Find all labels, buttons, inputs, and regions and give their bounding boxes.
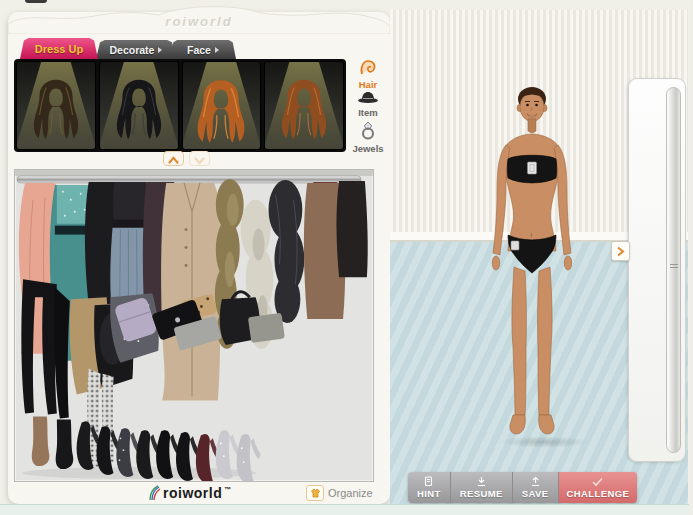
category-hair[interactable]: Hair <box>346 59 390 90</box>
hint-label: HINT <box>417 488 441 499</box>
hint-button[interactable]: HINT <box>408 472 451 503</box>
check-icon <box>591 477 604 487</box>
category-jewels[interactable]: Jewels <box>346 121 390 152</box>
page-bottom-strip <box>0 504 693 515</box>
drawer-scrollbar[interactable] <box>666 87 681 453</box>
challenge-label: CHALLENGE <box>567 488 630 499</box>
chevron-right-icon <box>616 246 625 257</box>
page-right-strip <box>689 0 693 515</box>
category-item[interactable]: Item <box>346 90 390 121</box>
hair-swatch-illustration <box>109 74 169 144</box>
hair-swatch-illustration <box>188 74 254 148</box>
drawer-grip-icon <box>670 264 678 270</box>
category-menu: Hair Item Jewels <box>346 59 390 152</box>
resume-label: RESUME <box>460 488 503 499</box>
drawer-toggle-button[interactable] <box>611 241 630 261</box>
feather-icon <box>148 485 161 501</box>
organize-label: Organize <box>328 487 373 499</box>
panel-footer: roiworld ™ Organize <box>8 482 390 504</box>
arrow-up-icon <box>530 476 541 487</box>
footer-brand-text: roiworld <box>163 485 222 501</box>
cropped-browser-artifact <box>25 0 47 3</box>
hair-options-strip <box>14 59 346 152</box>
chevron-up-icon <box>166 155 181 166</box>
save-button[interactable]: SAVE <box>513 472 559 503</box>
hair-option-2[interactable] <box>99 61 179 150</box>
category-item-label: Item <box>346 107 390 118</box>
chevron-right-icon <box>158 47 162 53</box>
chevron-down-icon <box>192 155 207 166</box>
category-hair-label: Hair <box>346 79 390 90</box>
hair-swatch-illustration <box>274 74 334 144</box>
tab-dress-up-label: Dress Up <box>35 43 83 55</box>
save-label: SAVE <box>522 488 549 499</box>
hair-icon <box>358 59 378 76</box>
hair-option-3[interactable] <box>182 61 262 150</box>
roiworld-logo: roiworld ™ <box>148 485 232 501</box>
tshirt-icon <box>306 485 324 501</box>
note-icon <box>423 476 434 487</box>
scroll-down-button[interactable] <box>189 151 210 166</box>
stage: HINT RESUME SAVE CHALLENGE <box>390 10 688 505</box>
chevron-right-icon <box>215 47 219 53</box>
resume-button[interactable]: RESUME <box>451 472 513 503</box>
panel-logo: roiworld <box>8 14 390 29</box>
tab-dress-up[interactable]: Dress Up <box>20 38 98 59</box>
hair-option-4[interactable] <box>264 61 344 150</box>
tab-face[interactable]: Face <box>170 40 236 59</box>
action-bar: HINT RESUME SAVE CHALLENGE <box>408 472 637 503</box>
dressup-game-screen: ? + Dress Up Decorate Face <box>0 0 693 515</box>
hair-swatch-illustration <box>26 74 86 144</box>
hair-option-1[interactable] <box>16 61 96 150</box>
wardrobe-panel: Dress Up Decorate Face <box>8 12 390 504</box>
category-jewels-label: Jewels <box>346 143 390 154</box>
ring-icon <box>360 121 376 140</box>
trademark-symbol: ™ <box>224 486 232 493</box>
tab-decorate-label: Decorate <box>110 44 155 56</box>
hat-icon <box>357 90 379 104</box>
organize-button[interactable]: Organize <box>306 485 373 501</box>
scroll-up-button[interactable] <box>163 151 184 166</box>
arrow-down-icon <box>476 476 487 487</box>
clothing-rack[interactable] <box>14 169 374 482</box>
challenge-button[interactable]: CHALLENGE <box>559 472 638 503</box>
tab-decorate[interactable]: Decorate <box>96 40 176 59</box>
side-drawer <box>628 78 686 462</box>
tab-face-label: Face <box>187 44 211 56</box>
clothing-rack-illustration <box>15 170 373 481</box>
avatar-doll <box>452 85 612 450</box>
